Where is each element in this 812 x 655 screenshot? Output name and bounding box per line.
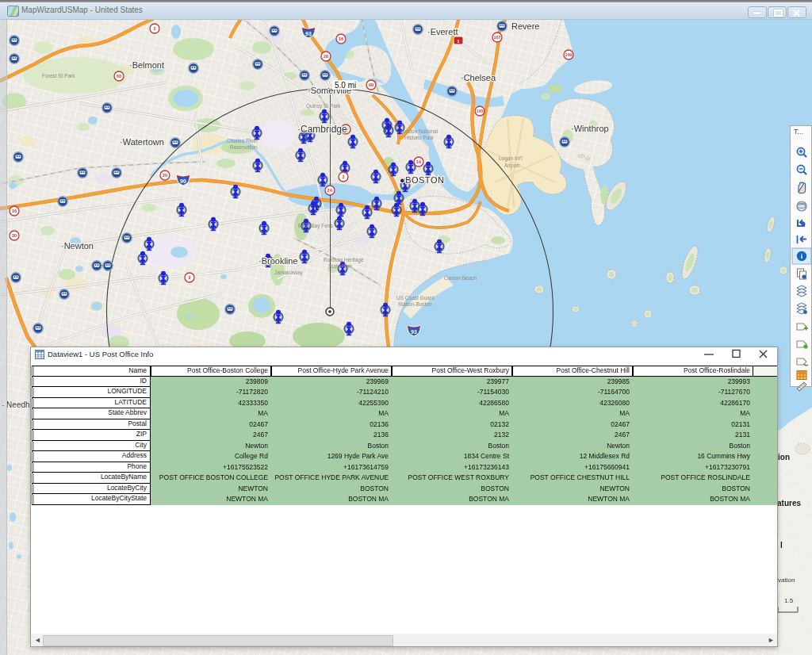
svg-text:107: 107 [494,35,501,40]
svg-text:Logan Int'l: Logan Int'l [499,155,523,162]
svg-text:Reservation: Reservation [230,144,258,150]
svg-text:·Chelsea: ·Chelsea [461,73,496,82]
svg-text:20: 20 [163,173,167,178]
svg-text:Boston National: Boston National [401,128,438,134]
svg-text:Historic Park: Historic Park [404,135,435,140]
svg-text:16: 16 [339,36,343,41]
svg-text:Back Bay Fens: Back Bay Fens [298,223,333,229]
svg-text:Roxbury Heritage: Roxbury Heritage [324,257,364,263]
svg-text:28: 28 [324,54,328,59]
svg-text:Jamaicaway: Jamaicaway [274,270,304,276]
svg-text:Station-Boston: Station-Boston [398,301,432,307]
svg-text:Carson Beach: Carson Beach [444,275,477,281]
svg-text:●BOSTON: ●BOSTON [400,175,444,185]
svg-text:Airport: Airport [504,163,519,169]
svg-text:60: 60 [117,74,121,79]
svg-text:Revere: Revere [511,21,539,31]
svg-text:3: 3 [343,174,345,179]
svg-text:·Newton: ·Newton [61,241,94,251]
svg-text:2A: 2A [327,188,333,193]
svg-text:149: 149 [565,52,573,57]
svg-text:90: 90 [180,178,186,184]
svg-text:·Winthrop: ·Winthrop [571,124,609,133]
svg-text:·Cambridge: ·Cambridge [297,124,347,135]
svg-text:Forest St Park: Forest St Park [42,73,75,79]
svg-text:9: 9 [189,275,191,280]
svg-text:1A: 1A [416,159,422,164]
svg-text:Charles River: Charles River [227,138,259,144]
svg-text:·Everett: ·Everett [427,27,458,36]
svg-text:Quincy St Park: Quincy St Park [306,103,341,109]
svg-text:State Park: State Park [328,263,353,269]
svg-text:·Watertown: ·Watertown [120,137,164,147]
svg-text:99: 99 [369,82,373,87]
svg-text:93: 93 [305,31,312,36]
svg-text:16: 16 [12,209,17,213]
svg-text:145: 145 [477,109,484,113]
svg-text:93: 93 [411,329,417,335]
svg-text:5.0 mi: 5.0 mi [335,81,356,90]
svg-text:30: 30 [12,233,17,238]
svg-text:US Coast Guard: US Coast Guard [396,295,435,301]
svg-text:·Belmont: ·Belmont [129,60,164,70]
svg-text:·Brookline: ·Brookline [259,256,298,266]
svg-text:2: 2 [154,26,156,31]
